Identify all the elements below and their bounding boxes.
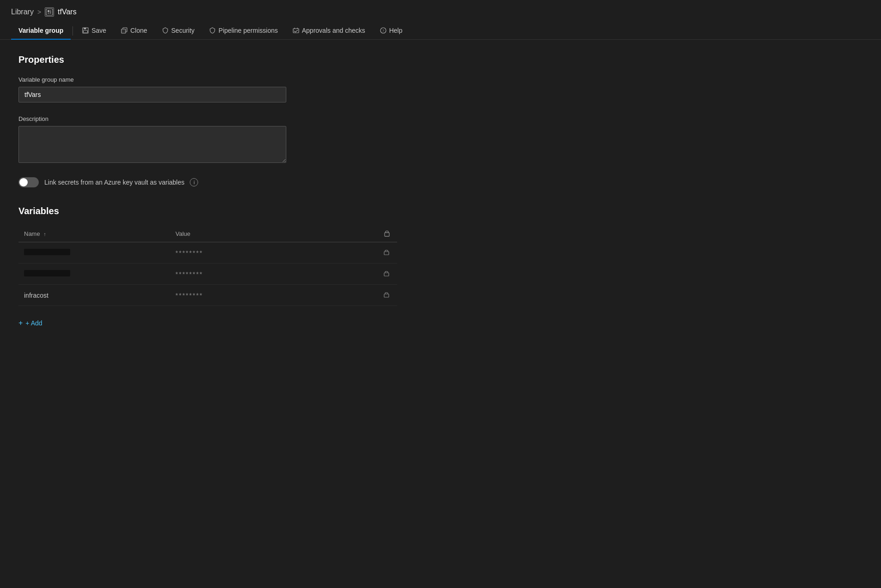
- breadcrumb-icon: [45, 7, 54, 17]
- security-tab-label: Security: [171, 27, 195, 34]
- table-row: ********: [18, 264, 397, 285]
- row1-value-cell[interactable]: ********: [170, 242, 378, 264]
- breadcrumb: Library > tfVars: [0, 0, 881, 22]
- table-row: ********: [18, 242, 397, 264]
- clone-icon: [121, 27, 127, 34]
- variables-table: Name ↑ Value: [18, 226, 397, 306]
- sort-arrow-icon[interactable]: ↑: [43, 231, 46, 237]
- pipeline-permissions-tab-label: Pipeline permissions: [218, 27, 278, 34]
- description-label: Description: [18, 115, 397, 122]
- properties-title: Properties: [18, 54, 397, 65]
- add-plus-icon: +: [18, 319, 23, 327]
- row2-value: ********: [175, 270, 203, 278]
- tab-approvals-checks[interactable]: Approvals and checks: [285, 22, 373, 40]
- toolbar: Variable group Save Clone Security: [0, 22, 881, 40]
- row1-name-cell[interactable]: [18, 242, 170, 264]
- name-field-label: Variable group name: [18, 76, 397, 83]
- name-input[interactable]: [18, 87, 286, 102]
- row1-lock-icon: [384, 249, 389, 257]
- svg-rect-9: [293, 29, 299, 33]
- svg-rect-3: [50, 10, 51, 14]
- svg-rect-13: [384, 252, 389, 255]
- row2-lock-icon: [384, 270, 389, 278]
- tab-variable-group[interactable]: Variable group: [11, 22, 71, 40]
- tab-clone[interactable]: Clone: [114, 22, 155, 40]
- svg-rect-5: [84, 28, 86, 30]
- add-variable-button[interactable]: + + Add: [18, 317, 42, 329]
- col-header-name: Name ↑: [18, 226, 170, 242]
- row3-value-cell[interactable]: ********: [170, 285, 378, 306]
- variables-title: Variables: [18, 206, 397, 216]
- row3-value: ********: [175, 292, 203, 299]
- toolbar-divider: [72, 26, 73, 36]
- key-vault-toggle[interactable]: [18, 177, 39, 187]
- row3-lock-icon: [384, 291, 389, 299]
- key-vault-toggle-row: Link secrets from an Azure key vault as …: [18, 177, 397, 187]
- security-icon: [162, 27, 169, 34]
- pipeline-permissions-icon: [209, 27, 216, 34]
- redacted-name-2: [24, 270, 70, 276]
- breadcrumb-separator: >: [37, 8, 41, 16]
- row1-value: ********: [175, 249, 203, 257]
- svg-rect-0: [46, 9, 53, 15]
- help-icon: ?: [380, 27, 386, 34]
- breadcrumb-current-label: tfVars: [58, 8, 77, 16]
- clone-tab-label: Clone: [130, 27, 147, 34]
- info-icon[interactable]: i: [190, 178, 198, 186]
- table-row: infracost ********: [18, 285, 397, 306]
- tab-save[interactable]: Save: [75, 22, 114, 40]
- col-header-lock: [378, 226, 397, 242]
- row2-name-cell[interactable]: [18, 264, 170, 285]
- svg-text:?: ?: [382, 29, 384, 33]
- svg-rect-15: [384, 294, 389, 297]
- save-icon: [82, 27, 89, 34]
- svg-rect-1: [48, 10, 49, 12]
- approvals-icon: [293, 27, 299, 34]
- tab-pipeline-permissions[interactable]: Pipeline permissions: [202, 22, 285, 40]
- description-field: Description: [18, 115, 397, 164]
- svg-rect-14: [384, 273, 389, 276]
- tab-help[interactable]: ? Help: [373, 22, 410, 40]
- svg-rect-12: [385, 233, 389, 236]
- main-content: Properties Variable group name Descripti…: [0, 40, 416, 344]
- row3-name-text: infracost: [24, 292, 48, 299]
- col-header-value: Value: [170, 226, 378, 242]
- row2-lock-cell: [378, 264, 397, 285]
- svg-rect-8: [121, 29, 126, 33]
- help-tab-label: Help: [389, 27, 403, 34]
- redacted-name-1: [24, 249, 70, 255]
- description-textarea[interactable]: [18, 126, 286, 163]
- toggle-label: Link secrets from an Azure key vault as …: [44, 179, 184, 186]
- row3-name-cell[interactable]: infracost: [18, 285, 170, 306]
- row1-lock-cell: [378, 242, 397, 264]
- variable-group-name-field: Variable group name: [18, 76, 397, 102]
- toggle-thumb: [19, 178, 28, 186]
- svg-rect-6: [84, 30, 88, 33]
- add-button-label: + Add: [25, 319, 42, 327]
- svg-rect-2: [48, 12, 49, 14]
- breadcrumb-library-link[interactable]: Library: [11, 8, 34, 16]
- approvals-checks-tab-label: Approvals and checks: [302, 27, 365, 34]
- save-tab-label: Save: [91, 27, 106, 34]
- row3-lock-cell: [378, 285, 397, 306]
- tab-security[interactable]: Security: [155, 22, 202, 40]
- row2-value-cell[interactable]: ********: [170, 264, 378, 285]
- lock-header-icon: [384, 230, 390, 238]
- toggle-track: [18, 177, 39, 187]
- variable-group-tab-label: Variable group: [18, 27, 63, 34]
